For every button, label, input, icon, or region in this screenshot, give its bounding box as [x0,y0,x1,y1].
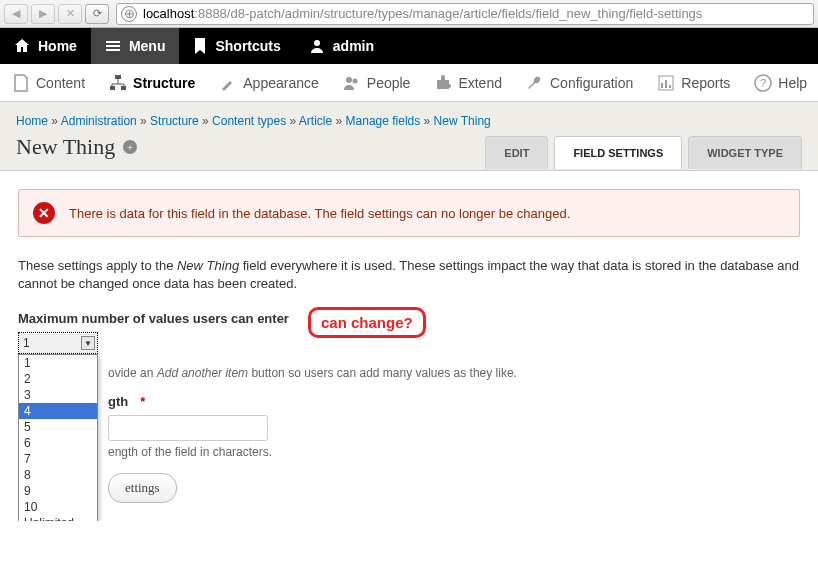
tabs: EDIT FIELD SETTINGS WIDGET TYPE [485,136,802,169]
save-settings-button[interactable]: ettings [108,473,177,503]
svg-rect-3 [121,86,126,90]
url-host: localhost [143,6,194,21]
header-region: Home » Administration » Structure » Cont… [0,102,818,171]
svg-text:?: ? [760,77,766,89]
breadcrumb-link[interactable]: Structure [150,114,199,128]
breadcrumb: Home » Administration » Structure » Cont… [16,114,802,128]
dropdown-option[interactable]: 2 [19,371,97,387]
page-title: New Thing + [16,134,137,170]
toolbar-home[interactable]: Home [0,28,91,64]
cardinality-label: Maximum number of values users can enter… [18,311,800,326]
tab-widget-type[interactable]: WIDGET TYPE [688,136,802,169]
menu-help[interactable]: ?Help [742,64,818,101]
nav-forward-button[interactable]: ▶ [31,4,55,24]
breadcrumb-link[interactable]: Home [16,114,48,128]
home-icon [14,38,30,54]
maxlength-label: gth * [108,394,800,409]
toolbar-shortcuts[interactable]: Shortcuts [179,28,294,64]
svg-rect-1 [115,75,121,79]
toolbar: Home Menu Shortcuts admin [0,28,818,64]
toolbar-menu[interactable]: Menu [91,28,180,64]
breadcrumb-link[interactable]: Administration [61,114,137,128]
breadcrumb-link[interactable]: Article [299,114,332,128]
menu-people[interactable]: People [331,64,423,101]
globe-icon: ⊕ [121,6,137,22]
menu-appearance[interactable]: Appearance [207,64,331,101]
wrench-icon [526,74,544,92]
error-message: ✕ There is data for this field in the da… [18,189,800,237]
tab-edit[interactable]: EDIT [485,136,548,169]
maxlength-help: ength of the field in characters. [108,445,800,459]
dropdown-option[interactable]: 3 [19,387,97,403]
toolbar-menu-label: Menu [129,38,166,54]
required-marker: * [140,394,145,409]
nav-reload-button[interactable]: ⟳ [85,4,109,24]
error-icon: ✕ [33,202,55,224]
menu-icon [105,38,121,54]
menu-reports[interactable]: Reports [645,64,742,101]
reports-icon [657,74,675,92]
breadcrumb-link[interactable]: Manage fields [346,114,421,128]
menu-structure[interactable]: Structure [97,64,207,101]
settings-description: These settings apply to the New Thing fi… [18,257,800,293]
breadcrumb-link[interactable]: Content types [212,114,286,128]
structure-icon [109,74,127,92]
dropdown-option[interactable]: 8 [19,467,97,483]
error-text: There is data for this field in the data… [69,206,570,221]
nav-stop-button[interactable]: ✕ [58,4,82,24]
breadcrumb-link[interactable]: New Thing [434,114,491,128]
browser-chrome: ◀ ▶ ✕ ⟳ ⊕ localhost:8888/d8-patch/admin/… [0,0,818,28]
cardinality-select[interactable]: 1 ▼ [18,332,98,354]
menu-extend[interactable]: Extend [422,64,514,101]
url-bar[interactable]: ⊕ localhost:8888/d8-patch/admin/structur… [116,3,814,25]
nav-back-button[interactable]: ◀ [4,4,28,24]
appearance-icon [219,74,237,92]
help-icon: ? [754,74,772,92]
dropdown-option[interactable]: 10 [19,499,97,515]
extend-icon [434,74,452,92]
svg-point-5 [352,78,357,83]
menu-content[interactable]: Content [0,64,97,101]
content-icon [12,74,30,92]
url-path: /d8-patch/admin/structure/types/manage/a… [227,6,702,21]
user-icon [309,38,325,54]
url-port: :8888 [194,6,227,21]
toolbar-home-label: Home [38,38,77,54]
toolbar-user[interactable]: admin [295,28,388,64]
content: ✕ There is data for this field in the da… [0,171,818,521]
svg-rect-7 [661,83,663,88]
toolbar-shortcuts-label: Shortcuts [215,38,280,54]
dropdown-option[interactable]: 4 [19,403,97,419]
svg-rect-2 [110,86,115,90]
svg-point-0 [314,40,320,46]
tab-field-settings[interactable]: FIELD SETTINGS [554,136,682,169]
cardinality-value: 1 [23,336,30,350]
maxlength-input[interactable] [108,415,268,441]
toolbar-user-label: admin [333,38,374,54]
dropdown-option[interactable]: 1 [19,355,97,371]
add-shortcut-icon[interactable]: + [123,140,137,154]
svg-rect-9 [669,85,671,88]
dropdown-option[interactable]: 9 [19,483,97,499]
chevron-down-icon: ▼ [81,336,95,350]
bookmark-icon [193,38,207,54]
admin-menu: Content Structure Appearance People Exte… [0,64,818,102]
cardinality-dropdown: 1 2 3 4 5 6 7 8 9 10 Unlimited [18,354,98,521]
menu-configuration[interactable]: Configuration [514,64,645,101]
svg-rect-8 [665,80,667,88]
dropdown-option[interactable]: Unlimited [19,515,97,521]
dropdown-option[interactable]: 7 [19,451,97,467]
dropdown-option[interactable]: 6 [19,435,97,451]
people-icon [343,74,361,92]
cardinality-help: ovide an Add another item button so user… [108,366,800,380]
dropdown-option[interactable]: 5 [19,419,97,435]
svg-point-4 [346,77,352,83]
